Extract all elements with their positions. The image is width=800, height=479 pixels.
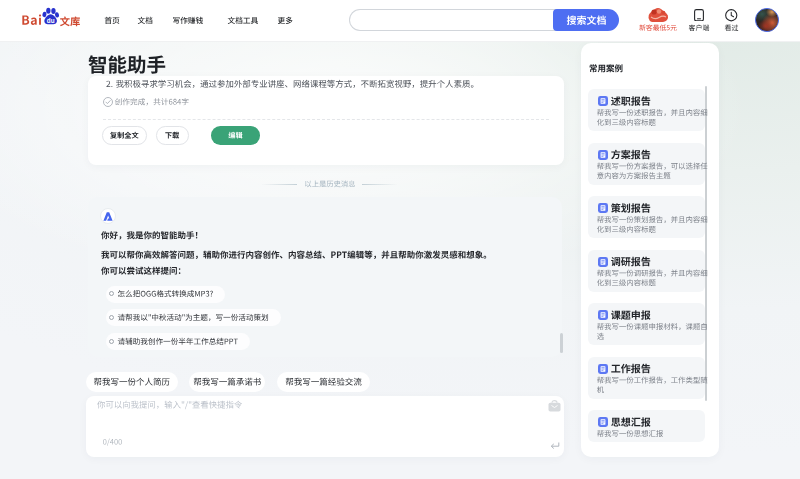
svg-text:du: du bbox=[47, 17, 55, 24]
